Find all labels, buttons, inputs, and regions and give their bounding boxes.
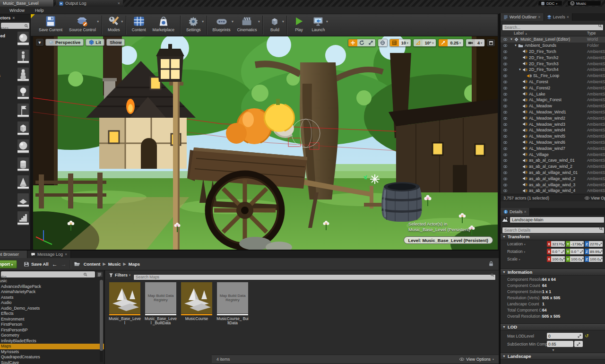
coordinate-space-toggle[interactable]	[378, 39, 388, 47]
visibility-eye-icon[interactable]	[501, 43, 510, 48]
tab-details[interactable]: Details ×	[501, 208, 530, 216]
expand-advanced-icon[interactable]: ▼	[501, 348, 605, 353]
visibility-eye-icon[interactable]	[501, 158, 510, 163]
x-value[interactable]: X32170	[547, 241, 565, 247]
z-value[interactable]: Z2270	[585, 241, 603, 247]
asset-tile[interactable]: Map Build Data Registry Music_Base_Level…	[145, 282, 177, 325]
folder-item[interactable]: AnimalVarietyPack	[0, 289, 104, 295]
toolbar-button-save-current[interactable]: ▼ Save Current	[35, 15, 66, 33]
folder-item[interactable]: Geometry	[0, 333, 104, 338]
folder-item[interactable]: FirstPerson	[0, 322, 104, 328]
breadcrumb-item[interactable]: Music	[108, 261, 121, 267]
camera-count-value[interactable]: 4▾	[475, 39, 484, 46]
x-value[interactable]: X100.0	[547, 256, 565, 262]
folder-item[interactable]: Effects	[0, 311, 104, 317]
visibility-eye-icon[interactable]	[501, 91, 510, 96]
visibility-eye-icon[interactable]	[501, 164, 510, 169]
placeable-plane-thumbnail[interactable]	[17, 193, 29, 208]
place-actors-category[interactable]: Visual Effects	[0, 71, 17, 81]
expander-arrow-icon[interactable]: ▼	[510, 38, 514, 41]
y-value[interactable]: Y100.0	[566, 256, 584, 262]
visibility-eye-icon[interactable]	[501, 140, 510, 145]
x-value[interactable]: X0.0 °	[547, 249, 565, 254]
outliner-view-options-button[interactable]: View Options	[585, 194, 605, 202]
toolbar-button-play[interactable]: ▼ Play	[289, 15, 308, 33]
y-value[interactable]: Y-1736	[566, 241, 584, 247]
visibility-eye-icon[interactable]	[501, 121, 510, 126]
close-icon[interactable]: ×	[5, 252, 7, 257]
visibility-eye-icon[interactable]	[501, 49, 510, 54]
close-icon[interactable]: ×	[567, 15, 569, 19]
menu-item[interactable]: Help	[35, 8, 44, 13]
toolbar-button-cinematics[interactable]: ▼ Cinematics	[233, 15, 260, 33]
close-icon[interactable]: ×	[538, 15, 540, 19]
outliner-row[interactable]: ▼ as_ab_al_village_wind_4 AmbientSound	[501, 188, 605, 194]
placeable-cylinder-thumbnail[interactable]	[17, 157, 29, 172]
expander-arrow-icon[interactable]: ▼	[514, 44, 518, 47]
drag-handle-icon[interactable]	[578, 334, 581, 338]
folder-item[interactable]: QuadrapedCreatures	[0, 355, 104, 360]
outliner-row[interactable]: ▼ as_ab_al_village_wind_3 AmbientSound	[501, 182, 605, 188]
close-icon[interactable]: ×	[118, 1, 120, 6]
outliner-row[interactable]: ▼ AL_Meadow_wind5 AmbientSound	[501, 133, 605, 139]
place-actors-category[interactable]: Geometry	[0, 81, 17, 91]
outliner-row[interactable]: ▼ 2D_Fire_Torch3 AmbientSound	[501, 61, 605, 67]
tab-content-browser[interactable]: Content Browser ×	[0, 251, 27, 258]
tab-message-log[interactable]: Message Log ×	[27, 251, 71, 258]
folder-item[interactable]: Maps	[0, 344, 104, 349]
visibility-eye-icon[interactable]	[501, 104, 510, 108]
tab-music-base-level[interactable]: Music_Base_Level	[0, 0, 54, 7]
placeable-stairs-thumbnail[interactable]	[17, 211, 29, 226]
folder-item[interactable]: Audio_Demo_Assets	[0, 306, 104, 312]
reset-to-default-icon[interactable]: ↺	[585, 333, 588, 338]
toolbar-button-settings[interactable]: ▼ Settings	[183, 15, 204, 33]
lock-icon[interactable]	[488, 261, 494, 267]
visibility-eye-icon[interactable]	[501, 97, 510, 102]
asset-tile[interactable]: MusicCourse	[181, 282, 213, 321]
grid-snap-toggle[interactable]	[390, 39, 399, 46]
placeable-cone-thumbnail[interactable]	[17, 175, 29, 190]
drag-handle[interactable]	[574, 341, 583, 347]
outliner-row[interactable]: ▼ AL_Meadow_wind4 AmbientSound	[501, 127, 605, 133]
save-all-button[interactable]: Save All	[24, 261, 49, 267]
viewport-options-dropdown[interactable]: ▾	[36, 39, 43, 46]
close-icon[interactable]: ×	[524, 209, 527, 214]
outliner-row[interactable]: ▼ AL_Magic_Forest AmbientSound	[501, 97, 605, 103]
breadcrumb-item[interactable]: Maps	[129, 261, 140, 267]
place-actors-category[interactable]: Volumes	[0, 91, 17, 101]
section-transform[interactable]: ▼Transform	[501, 233, 605, 240]
visibility-eye-icon[interactable]	[501, 188, 510, 193]
visibility-eye-icon[interactable]	[501, 134, 510, 139]
z-value[interactable]: Z89.99	[585, 249, 603, 254]
details-search-input[interactable]	[502, 227, 605, 234]
place-actors-header[interactable]: Place Actors ×	[0, 14, 30, 21]
outliner-column-header[interactable]: Label ▲ Type	[501, 30, 605, 36]
scrollbar[interactable]	[100, 280, 103, 362]
visibility-eye-icon[interactable]	[501, 128, 510, 132]
sources-toggle-button[interactable]	[96, 271, 103, 277]
place-actors-category[interactable]: Recently Placed	[0, 31, 17, 41]
move-tool-button[interactable]	[348, 39, 357, 46]
outliner-row[interactable]: ▼ 2D_Fire_Torch AmbientSound	[501, 49, 605, 55]
rotation-snap-toggle[interactable]	[414, 39, 423, 46]
section-information[interactable]: ▼Information	[501, 269, 605, 276]
folder-item[interactable]: InfinityBladeEffects	[0, 338, 104, 344]
folder-item[interactable]: Environment	[0, 317, 104, 322]
outliner-row[interactable]: ▼ AL_Forest2 AmbientSound	[501, 85, 605, 91]
outliner-row[interactable]: ▼ as_ab_al_village_wind_01 AmbientSound	[501, 170, 605, 176]
max-lod-input[interactable]: 0	[547, 333, 583, 339]
tab-world-outliner[interactable]: World Outliner ×	[501, 13, 544, 21]
visibility-eye-icon[interactable]	[501, 110, 510, 114]
visibility-eye-icon[interactable]	[501, 61, 510, 66]
view-options-button[interactable]: View Options ▾	[459, 357, 494, 362]
asset-tile[interactable]: Music_Base_Level	[109, 282, 141, 325]
visibility-eye-icon[interactable]	[501, 86, 510, 90]
back-button[interactable]: ←	[52, 261, 58, 268]
placeable-sphere-thumbnail[interactable]	[17, 31, 29, 46]
place-actors-category[interactable]: Basic	[0, 41, 17, 51]
outliner-row[interactable]: ▼ AL_Meadow_wind6 AmbientSound	[501, 139, 605, 146]
ddc-button[interactable]: DDC ▾	[538, 0, 562, 6]
y-value[interactable]: Y0.0 °	[566, 249, 584, 254]
place-actors-category[interactable]: Cinematic	[0, 61, 17, 71]
breadcrumb-item[interactable]: Content	[84, 261, 101, 267]
